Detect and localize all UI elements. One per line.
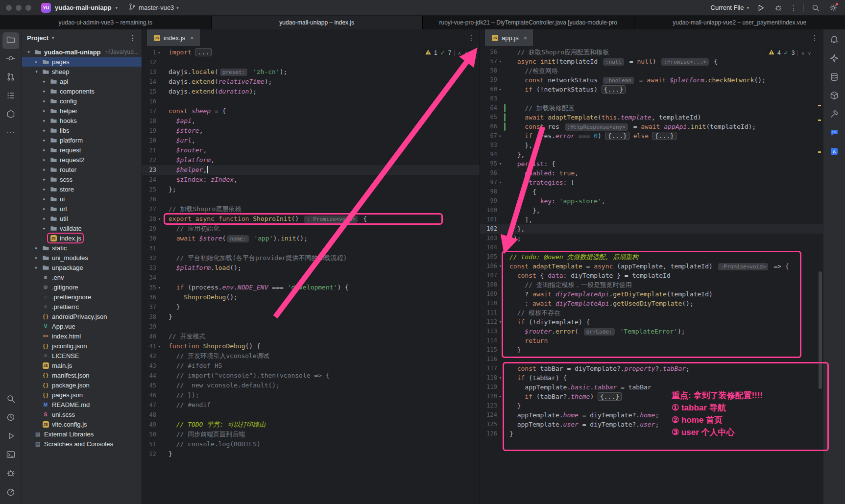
tree-item[interactable]: { }package.json [22,380,142,390]
line-number[interactable]: 30 [142,234,156,243]
minimize-window-button[interactable] [16,5,22,11]
close-window-button[interactable] [6,5,12,11]
line-number[interactable]: 65 [480,113,497,122]
fold-collapsed-icon[interactable]: ▸ [497,85,504,94]
chevron-collapsed-icon[interactable]: ▸ [41,89,48,94]
line-number[interactable]: 67 [480,131,497,141]
tree-item[interactable]: { }manifest.json [22,370,142,380]
code-line[interactable]: 18 $api, [142,116,480,126]
gutter[interactable]: 123 [480,401,506,410]
code-line[interactable]: 20 $url, [142,136,480,145]
run-button[interactable] [755,2,767,14]
chevron-collapsed-icon[interactable]: ▸ [41,157,48,162]
line-number[interactable]: 97 [480,178,497,187]
line-number[interactable]: 15 [142,87,156,96]
line-number[interactable]: 110 [480,299,497,308]
gutter[interactable]: 44 [142,371,165,381]
gutter[interactable]: 16 [142,96,165,106]
gutter[interactable]: 39 [142,322,165,332]
line-number[interactable]: 47 [142,400,156,410]
chevron-collapsed-icon[interactable]: ▸ [33,265,40,270]
gutter[interactable]: 66 [480,122,506,131]
code-editor[interactable]: 1 ✓ 7 ∧ ∨ 1▸import ...1213dayjs.locale(p… [142,46,480,504]
scrollbar-thumb[interactable] [819,271,822,389]
line-number[interactable]: 66 [480,122,497,131]
run-button[interactable] [2,429,19,445]
code-line[interactable]: 43 // #ifdef H5 [142,361,480,371]
line-number[interactable]: 103 [480,234,497,243]
tree-item[interactable]: JSvite.config.js [22,419,142,429]
line-number[interactable]: 44 [142,371,156,381]
line-number[interactable]: 56 [480,48,497,57]
line-number[interactable]: 112 [480,317,497,327]
tree-item[interactable]: ▸platform [22,135,142,145]
code-line[interactable]: 47 // #endif [142,400,480,410]
line-number[interactable]: 36 [142,292,156,302]
line-number[interactable]: 41 [142,341,156,351]
gutter[interactable]: 58 [480,66,506,75]
code-line[interactable]: 98 { [480,187,823,196]
gutter[interactable]: 33 [142,263,165,273]
chevron-collapsed-icon[interactable]: ▸ [41,108,48,113]
gutter[interactable]: 96 [480,168,506,178]
code-line[interactable]: 14dayjs.extend(relativeTime); [142,77,480,87]
window-tab[interactable]: yudao-ui-admin-vue3 – remaining.ts [0,16,212,29]
gutter[interactable]: 26 [142,194,165,204]
gutter[interactable]: 24 [142,175,165,185]
gutter[interactable]: 37 [142,302,165,312]
line-number[interactable]: 40 [142,332,156,341]
code-line[interactable]: 125 appTemplate.user = diyTemplate?.user… [480,420,823,429]
debug-button[interactable] [2,466,19,482]
code-line[interactable]: 26 [142,194,480,204]
gutter[interactable]: 45 [142,381,165,390]
gutter[interactable]: 32 [142,253,165,263]
fold-expanded-icon[interactable]: ▾ [497,317,504,327]
chevron-expanded-icon[interactable]: ▾ [33,69,40,74]
chevron-collapsed-icon[interactable]: ▸ [41,79,48,84]
line-number[interactable]: 13 [142,67,156,77]
code-line[interactable]: 113 $router.error( errCode: 'TemplateErr… [480,327,823,336]
line-number[interactable]: 60 [480,85,497,94]
code-line[interactable]: 16 [142,96,480,106]
gutter[interactable]: 48 [142,410,165,420]
chevron-collapsed-icon[interactable]: ▸ [41,206,48,211]
tree-item[interactable]: ▾sheep [22,67,142,76]
line-number[interactable]: 22 [142,155,156,165]
gutter[interactable]: 30 [142,234,165,243]
previous-problem-icon[interactable]: ∧ [801,50,804,56]
tree-item[interactable]: ≡.prettierrc [22,302,142,312]
warning-stripe-mark[interactable] [818,105,821,106]
terminal-button[interactable] [2,447,19,464]
code-line[interactable]: 31 [142,243,480,253]
gutter[interactable]: 47 [142,400,165,410]
tab-options-button[interactable]: ⋮ [468,34,475,42]
gutter[interactable]: 95▾ [480,159,506,168]
tree-item[interactable]: ▤Scratches and Consoles [22,439,142,449]
code-line[interactable]: 63 [480,94,823,103]
chevron-collapsed-icon[interactable]: ▸ [33,245,40,250]
tree-item[interactable]: MREADME.md [22,400,142,409]
fold-expanded-icon[interactable]: ▾ [497,57,504,66]
debug-button[interactable] [773,2,784,14]
gutter[interactable]: 19 [142,126,165,136]
line-number[interactable]: 106 [480,262,497,271]
gutter[interactable]: 124 [480,410,506,420]
gutter[interactable]: 67▸ [480,131,506,141]
code-line[interactable]: 44 // import("vconsole").then(vconsole =… [142,371,480,381]
code-line[interactable]: 103}); [480,234,823,243]
line-number[interactable]: 109 [480,289,497,299]
line-number[interactable]: 117 [480,364,497,373]
tree-item[interactable]: { }pages.json [22,390,142,400]
fold-collapsed-icon[interactable]: ▸ [497,131,504,141]
code-line[interactable]: 114 return [480,336,823,345]
gutter[interactable]: 101 [480,215,506,224]
more-actions-button[interactable]: ⋮ [790,4,797,12]
editor-tab[interactable]: JS app.js × [485,29,533,46]
tree-item[interactable]: JSmain.js [22,360,142,370]
tree-item[interactable]: ▸helper [22,106,142,116]
line-number[interactable]: 102 [480,224,497,234]
pull-requests-button[interactable] [2,70,19,86]
search-button[interactable] [2,391,19,408]
fold-expanded-icon[interactable]: ▾ [156,283,163,292]
gutter[interactable]: 13 [142,67,165,77]
